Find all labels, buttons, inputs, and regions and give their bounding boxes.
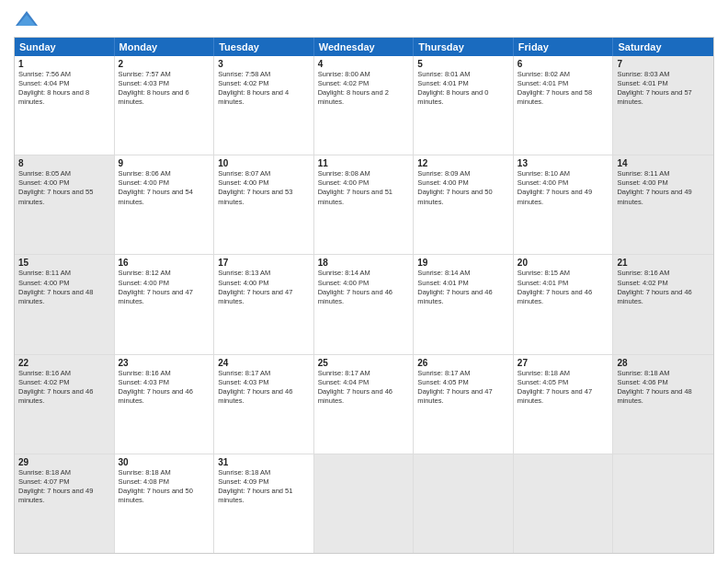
cell-info: Sunrise: 8:03 AMSunset: 4:01 PMDaylight:… [617, 70, 710, 108]
day-number: 6 [518, 59, 609, 69]
cal-cell: 21Sunrise: 8:16 AMSunset: 4:02 PMDayligh… [613, 255, 713, 353]
cell-info: Sunrise: 8:18 AMSunset: 4:07 PMDaylight:… [18, 468, 110, 506]
cal-cell: 11Sunrise: 8:08 AMSunset: 4:00 PMDayligh… [314, 155, 415, 254]
cal-cell: 18Sunrise: 8:14 AMSunset: 4:00 PMDayligh… [314, 255, 415, 353]
day-number: 3 [218, 59, 310, 69]
logo [14, 9, 43, 29]
cal-row-0: 1Sunrise: 7:56 AMSunset: 4:04 PMDaylight… [15, 56, 713, 155]
day-number: 8 [18, 158, 110, 168]
cal-cell: 10Sunrise: 8:07 AMSunset: 4:00 PMDayligh… [214, 155, 314, 254]
cell-info: Sunrise: 8:14 AMSunset: 4:01 PMDaylight:… [417, 269, 509, 306]
cal-cell [613, 454, 713, 553]
day-number: 15 [18, 258, 110, 268]
header [14, 9, 714, 29]
cal-row-4: 29Sunrise: 8:18 AMSunset: 4:07 PMDayligh… [15, 454, 713, 553]
cal-cell: 29Sunrise: 8:18 AMSunset: 4:07 PMDayligh… [15, 454, 115, 553]
cal-cell: 23Sunrise: 8:16 AMSunset: 4:03 PMDayligh… [115, 355, 215, 454]
day-number: 7 [617, 59, 710, 69]
day-number: 18 [318, 258, 410, 268]
cal-cell [514, 454, 614, 553]
cal-cell: 27Sunrise: 8:18 AMSunset: 4:05 PMDayligh… [514, 355, 614, 454]
cal-row-1: 8Sunrise: 8:05 AMSunset: 4:00 PMDaylight… [15, 155, 713, 255]
cal-cell: 24Sunrise: 8:17 AMSunset: 4:03 PMDayligh… [214, 355, 314, 454]
cal-row-3: 22Sunrise: 8:16 AMSunset: 4:02 PMDayligh… [15, 355, 713, 454]
cal-cell: 16Sunrise: 8:12 AMSunset: 4:00 PMDayligh… [115, 255, 215, 353]
day-header-monday: Monday [115, 38, 215, 56]
day-number: 10 [218, 158, 310, 168]
cal-cell: 8Sunrise: 8:05 AMSunset: 4:00 PMDaylight… [15, 155, 115, 254]
cal-cell: 3Sunrise: 7:58 AMSunset: 4:02 PMDaylight… [214, 56, 314, 155]
cal-cell: 14Sunrise: 8:11 AMSunset: 4:00 PMDayligh… [613, 155, 713, 254]
day-number: 11 [318, 158, 410, 168]
day-header-wednesday: Wednesday [314, 38, 415, 56]
day-number: 22 [18, 358, 110, 368]
day-number: 26 [417, 358, 509, 368]
day-number: 24 [218, 358, 310, 368]
cal-cell: 13Sunrise: 8:10 AMSunset: 4:00 PMDayligh… [514, 155, 614, 254]
cal-cell: 26Sunrise: 8:17 AMSunset: 4:05 PMDayligh… [414, 355, 514, 454]
cell-info: Sunrise: 8:11 AMSunset: 4:00 PMDaylight:… [18, 269, 110, 306]
cell-info: Sunrise: 8:17 AMSunset: 4:03 PMDaylight:… [218, 369, 310, 407]
day-header-tuesday: Tuesday [214, 38, 314, 56]
cell-info: Sunrise: 8:18 AMSunset: 4:09 PMDaylight:… [218, 468, 310, 506]
cell-info: Sunrise: 8:06 AMSunset: 4:00 PMDaylight:… [119, 169, 210, 207]
cal-cell: 4Sunrise: 8:00 AMSunset: 4:02 PMDaylight… [314, 56, 415, 155]
day-number: 5 [417, 59, 509, 69]
day-number: 12 [417, 158, 509, 168]
day-number: 20 [518, 258, 609, 268]
day-number: 19 [417, 258, 509, 268]
cal-cell: 6Sunrise: 8:02 AMSunset: 4:01 PMDaylight… [514, 56, 614, 155]
cell-info: Sunrise: 8:08 AMSunset: 4:00 PMDaylight:… [318, 169, 410, 207]
cell-info: Sunrise: 8:11 AMSunset: 4:00 PMDaylight:… [617, 169, 710, 207]
cell-info: Sunrise: 8:13 AMSunset: 4:00 PMDaylight:… [218, 269, 310, 306]
cal-cell: 15Sunrise: 8:11 AMSunset: 4:00 PMDayligh… [15, 255, 115, 353]
calendar-body: 1Sunrise: 7:56 AMSunset: 4:04 PMDaylight… [15, 56, 713, 553]
cell-info: Sunrise: 8:16 AMSunset: 4:02 PMDaylight:… [617, 269, 710, 306]
cell-info: Sunrise: 8:12 AMSunset: 4:00 PMDaylight:… [119, 269, 210, 306]
cal-cell: 30Sunrise: 8:18 AMSunset: 4:08 PMDayligh… [115, 454, 215, 553]
day-number: 16 [119, 258, 210, 268]
cell-info: Sunrise: 8:02 AMSunset: 4:01 PMDaylight:… [518, 70, 609, 108]
cell-info: Sunrise: 8:14 AMSunset: 4:00 PMDaylight:… [318, 269, 410, 306]
day-header-friday: Friday [514, 38, 614, 56]
cell-info: Sunrise: 8:10 AMSunset: 4:00 PMDaylight:… [518, 169, 609, 207]
day-number: 2 [119, 59, 210, 69]
day-header-saturday: Saturday [613, 38, 713, 56]
cal-cell: 31Sunrise: 8:18 AMSunset: 4:09 PMDayligh… [214, 454, 314, 553]
cell-info: Sunrise: 8:18 AMSunset: 4:05 PMDaylight:… [518, 369, 609, 407]
day-number: 25 [318, 358, 410, 368]
day-number: 1 [18, 59, 110, 69]
cal-cell: 9Sunrise: 8:06 AMSunset: 4:00 PMDaylight… [115, 155, 215, 254]
cell-info: Sunrise: 8:05 AMSunset: 4:00 PMDaylight:… [18, 169, 110, 207]
cell-info: Sunrise: 8:16 AMSunset: 4:02 PMDaylight:… [18, 369, 110, 407]
day-number: 31 [218, 457, 310, 467]
cal-cell: 12Sunrise: 8:09 AMSunset: 4:00 PMDayligh… [414, 155, 514, 254]
day-number: 27 [518, 358, 609, 368]
cell-info: Sunrise: 8:18 AMSunset: 4:08 PMDaylight:… [119, 468, 210, 506]
day-number: 9 [119, 158, 210, 168]
day-number: 21 [617, 258, 710, 268]
day-header-sunday: Sunday [15, 38, 115, 56]
day-number: 23 [119, 358, 210, 368]
cal-cell: 28Sunrise: 8:18 AMSunset: 4:06 PMDayligh… [613, 355, 713, 454]
cell-info: Sunrise: 8:17 AMSunset: 4:04 PMDaylight:… [318, 369, 410, 407]
cell-info: Sunrise: 8:01 AMSunset: 4:01 PMDaylight:… [417, 70, 509, 108]
cal-cell: 22Sunrise: 8:16 AMSunset: 4:02 PMDayligh… [15, 355, 115, 454]
calendar-header: SundayMondayTuesdayWednesdayThursdayFrid… [15, 38, 713, 56]
day-number: 14 [617, 158, 710, 168]
day-number: 4 [318, 59, 410, 69]
calendar: SundayMondayTuesdayWednesdayThursdayFrid… [14, 37, 714, 554]
day-number: 30 [119, 457, 210, 467]
cell-info: Sunrise: 8:09 AMSunset: 4:00 PMDaylight:… [417, 169, 509, 207]
cal-cell: 2Sunrise: 7:57 AMSunset: 4:03 PMDaylight… [115, 56, 215, 155]
cal-cell: 19Sunrise: 8:14 AMSunset: 4:01 PMDayligh… [414, 255, 514, 353]
cell-info: Sunrise: 8:00 AMSunset: 4:02 PMDaylight:… [318, 70, 410, 108]
cal-cell [314, 454, 415, 553]
day-number: 17 [218, 258, 310, 268]
day-header-thursday: Thursday [414, 38, 514, 56]
cal-cell: 7Sunrise: 8:03 AMSunset: 4:01 PMDaylight… [613, 56, 713, 155]
cal-cell [414, 454, 514, 553]
cell-info: Sunrise: 8:16 AMSunset: 4:03 PMDaylight:… [119, 369, 210, 407]
cal-cell: 5Sunrise: 8:01 AMSunset: 4:01 PMDaylight… [414, 56, 514, 155]
day-number: 28 [617, 358, 710, 368]
